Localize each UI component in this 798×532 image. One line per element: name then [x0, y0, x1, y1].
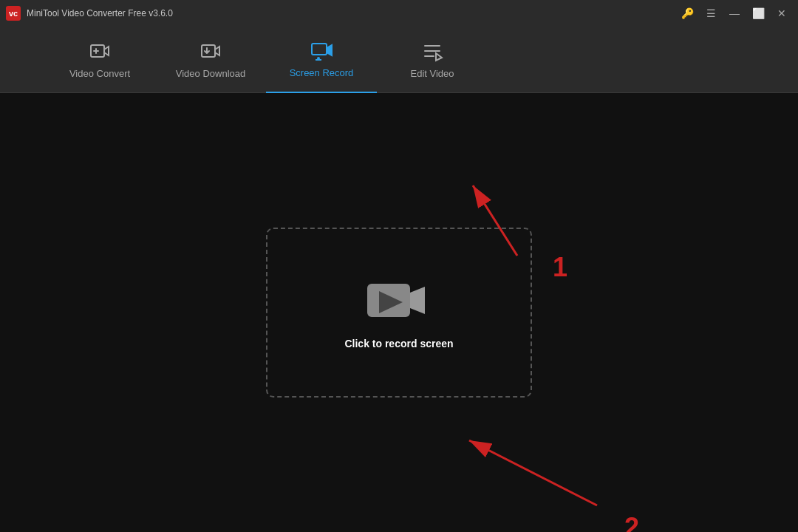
tab-video-download-label: Video Download — [176, 68, 245, 79]
tab-edit-video[interactable]: Edit Video — [377, 27, 488, 93]
svg-rect-2 — [312, 44, 327, 55]
minimize-button[interactable]: — — [724, 4, 745, 22]
tab-edit-video-label: Edit Video — [410, 68, 454, 79]
title-bar: vc MiniTool Video Converter Free v3.6.0 … — [0, 0, 798, 27]
svg-marker-7 — [410, 287, 425, 314]
tab-video-download[interactable]: Video Download — [155, 27, 266, 93]
nav-bar: Video Convert Video Download Screen Reco… — [0, 27, 798, 93]
tab-video-convert[interactable]: Video Convert — [44, 27, 155, 93]
tab-video-convert-label: Video Convert — [69, 68, 130, 79]
record-prompt-text: Click to record screen — [344, 338, 453, 349]
record-box-icon — [366, 276, 432, 324]
svg-line-12 — [469, 440, 597, 505]
main-content: Click to record screen 1 2 — [0, 93, 798, 532]
svg-text:1: 1 — [553, 252, 567, 282]
camera-play-icon — [366, 276, 432, 324]
title-bar-left: vc MiniTool Video Converter Free v3.6.0 — [6, 6, 173, 21]
close-button[interactable]: ✕ — [771, 4, 792, 22]
svg-text:2: 2 — [624, 512, 639, 532]
menu-button[interactable]: ☰ — [700, 4, 721, 22]
screen-record-icon — [310, 39, 332, 61]
video-download-icon — [200, 40, 222, 62]
key-button[interactable]: 🔑 — [677, 4, 698, 22]
tab-screen-record-label: Screen Record — [290, 67, 354, 78]
app-title: MiniTool Video Converter Free v3.6.0 — [27, 8, 173, 18]
app-logo: vc — [6, 6, 21, 21]
restore-button[interactable]: ⬜ — [748, 4, 768, 22]
video-convert-icon — [89, 40, 111, 62]
record-box[interactable]: Click to record screen — [266, 228, 532, 398]
edit-video-icon — [421, 40, 443, 62]
tab-screen-record[interactable]: Screen Record — [266, 27, 377, 93]
title-bar-controls: 🔑 ☰ — ⬜ ✕ — [677, 4, 792, 22]
